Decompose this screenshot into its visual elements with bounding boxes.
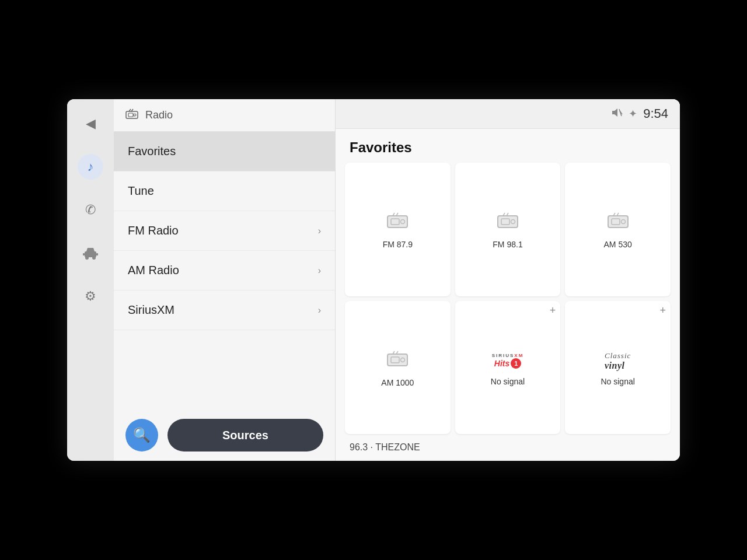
sidebar: ◀ ♪ ✆ ⚙ [67, 99, 114, 461]
fav-fm981-label: FM 98.1 [493, 240, 522, 249]
menu-item-am-radio[interactable]: AM Radio › [114, 251, 335, 290]
phone-icon: ✆ [85, 202, 96, 218]
svg-marker-1 [86, 248, 95, 251]
sirius-hits-badge: + [550, 304, 556, 317]
favorite-card-sirius-hits[interactable]: + SIRIUSXM Hits 1 No signal [455, 301, 561, 435]
sidebar-icon-music[interactable]: ♪ [78, 154, 103, 180]
fav-am530-label: AM 530 [604, 240, 632, 249]
radio-header-icon [125, 108, 138, 122]
menu-item-siriusxm[interactable]: SiriusXM › [114, 290, 335, 330]
content-panel: ✦ 9:54 Favorites FM 87.9 [336, 99, 680, 461]
menu-item-fm-radio[interactable]: FM Radio › [114, 211, 335, 251]
classic-vinyl-badge: + [659, 304, 666, 317]
menu-item-favorites-label: Favorites [128, 145, 176, 158]
sources-button[interactable]: Sources [167, 419, 323, 452]
bluetooth-icon: ✦ [629, 107, 637, 120]
siriusxm-chevron-icon: › [318, 305, 321, 316]
favorite-card-fm879[interactable]: FM 87.9 [345, 163, 451, 296]
svg-rect-4 [83, 253, 85, 256]
classic-vinyl-logo: Classic vinyl [605, 350, 631, 372]
sirius-hits-logo: SIRIUSXM Hits 1 [492, 350, 524, 372]
favorite-card-am530[interactable]: AM 530 [565, 163, 671, 296]
menu-item-tune-label: Tune [128, 184, 154, 198]
sidebar-icon-nav[interactable]: ◀ [78, 111, 103, 136]
mute-icon [611, 108, 623, 120]
svg-point-3 [92, 256, 96, 260]
favorite-card-fm981[interactable]: FM 98.1 [455, 163, 561, 296]
fav-fm879-label: FM 87.9 [383, 240, 413, 249]
sidebar-icon-car[interactable] [78, 240, 103, 266]
menu-panel: Radio Favorites Tune FM Radio › AM Radio… [114, 99, 336, 461]
menu-item-am-radio-label: AM Radio [128, 264, 179, 277]
now-playing-text: 96.3 · THEZONE [350, 442, 420, 452]
menu-item-tune[interactable]: Tune [114, 172, 335, 211]
fav-sirius-hits-label: No signal [491, 377, 525, 386]
search-icon: 🔍 [133, 427, 151, 443]
menu-item-siriusxm-label: SiriusXM [128, 303, 174, 317]
favorite-card-classic-vinyl[interactable]: + Classic vinyl No signal [565, 301, 671, 435]
radio-icon-am1000 [386, 349, 409, 373]
menu-header-title: Radio [145, 109, 173, 121]
menu-header: Radio [114, 99, 335, 132]
menu-item-favorites[interactable]: Favorites [114, 132, 335, 172]
fav-classic-vinyl-label: No signal [601, 377, 634, 386]
svg-rect-5 [96, 253, 98, 256]
sources-button-label: Sources [222, 429, 268, 442]
main-screen: ◀ ♪ ✆ ⚙ [67, 99, 680, 461]
am-radio-chevron-icon: › [318, 265, 321, 276]
sidebar-icon-settings[interactable]: ⚙ [78, 284, 103, 309]
favorites-grid: FM 87.9 FM 98.1 [336, 163, 680, 434]
svg-rect-7 [128, 113, 133, 117]
favorite-card-am1000[interactable]: AM 1000 [345, 301, 451, 435]
favorites-title: Favorites [336, 129, 680, 163]
menu-footer: 🔍 Sources [114, 410, 335, 461]
now-playing: 96.3 · THEZONE [336, 434, 680, 461]
status-bar: ✦ 9:54 [336, 99, 680, 129]
menu-item-fm-radio-label: FM Radio [128, 224, 179, 237]
search-button[interactable]: 🔍 [125, 419, 158, 452]
radio-icon-am530 [607, 211, 629, 235]
radio-icon-fm879 [386, 211, 409, 235]
music-icon: ♪ [88, 159, 94, 174]
svg-point-2 [85, 256, 89, 260]
radio-icon-fm981 [497, 211, 519, 235]
navigate-back-icon: ◀ [86, 116, 96, 131]
settings-icon: ⚙ [85, 289, 96, 304]
fav-am1000-label: AM 1000 [381, 378, 414, 387]
svg-point-8 [134, 114, 136, 116]
sidebar-icon-phone[interactable]: ✆ [78, 197, 103, 223]
menu-items-list: Favorites Tune FM Radio › AM Radio › Sir… [114, 132, 335, 410]
fm-radio-chevron-icon: › [318, 226, 321, 236]
car-icon [83, 247, 98, 260]
clock: 9:54 [643, 106, 668, 121]
